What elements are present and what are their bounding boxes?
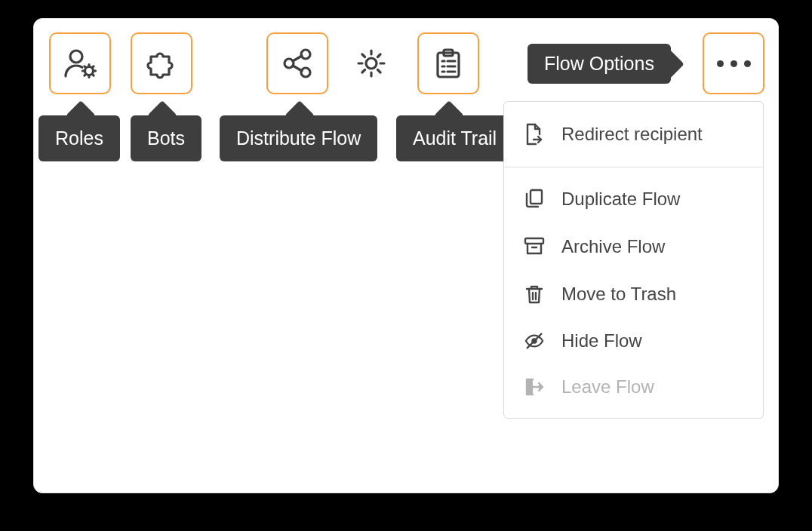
svg-point-4 [301, 68, 310, 77]
puzzle-icon [144, 46, 179, 81]
clipboard-list-icon [431, 46, 466, 81]
bots-tooltip: Bots [131, 115, 201, 161]
menu-item-label: Duplicate Flow [561, 190, 680, 208]
svg-point-3 [301, 50, 310, 59]
svg-rect-9 [525, 238, 543, 244]
distribute-tooltip: Distribute Flow [220, 115, 377, 161]
menu-item-hide-flow[interactable]: Hide Flow [504, 318, 763, 364]
menu-item-label: Redirect recipient [561, 125, 703, 143]
menu-item-label: Archive Flow [561, 238, 665, 256]
menu-item-label: Leave Flow [561, 378, 654, 396]
roles-icon [63, 46, 97, 81]
svg-point-0 [70, 51, 82, 63]
eye-off-icon [524, 332, 545, 350]
redirect-icon [524, 123, 545, 146]
more-horizontal-icon [717, 60, 751, 67]
flow-options-menu: Redirect recipient Duplicate Flow Archiv… [503, 101, 764, 419]
menu-item-move-to-trash[interactable]: Move to Trash [504, 270, 763, 318]
trash-icon [524, 284, 545, 305]
flow-options-button[interactable] [703, 32, 764, 94]
gear-icon [354, 46, 389, 81]
menu-item-redirect-recipient[interactable]: Redirect recipient [504, 109, 763, 159]
svg-rect-8 [531, 190, 542, 204]
audit-trail-button[interactable] [417, 32, 479, 94]
svg-point-5 [366, 58, 377, 69]
menu-item-archive-flow[interactable]: Archive Flow [504, 223, 763, 270]
distribute-flow-button[interactable] [266, 32, 328, 94]
menu-item-duplicate-flow[interactable]: Duplicate Flow [504, 175, 763, 223]
flow-options-tooltip: Flow Options [527, 44, 671, 84]
duplicate-icon [524, 189, 545, 210]
roles-button[interactable] [49, 32, 111, 94]
bots-button[interactable] [131, 32, 192, 94]
menu-item-label: Move to Trash [561, 285, 676, 303]
share-icon [280, 46, 315, 81]
menu-item-leave-flow: Leave Flow [504, 364, 763, 410]
audit-tooltip: Audit Trail [396, 115, 513, 161]
menu-item-label: Hide Flow [561, 332, 642, 350]
menu-separator [504, 167, 763, 167]
roles-tooltip: Roles [38, 115, 120, 161]
settings-button[interactable] [340, 32, 402, 94]
panel: Roles Bots Distribute Flow Audit Trail F… [33, 18, 779, 493]
leave-icon [524, 377, 545, 397]
archive-icon [524, 237, 545, 256]
